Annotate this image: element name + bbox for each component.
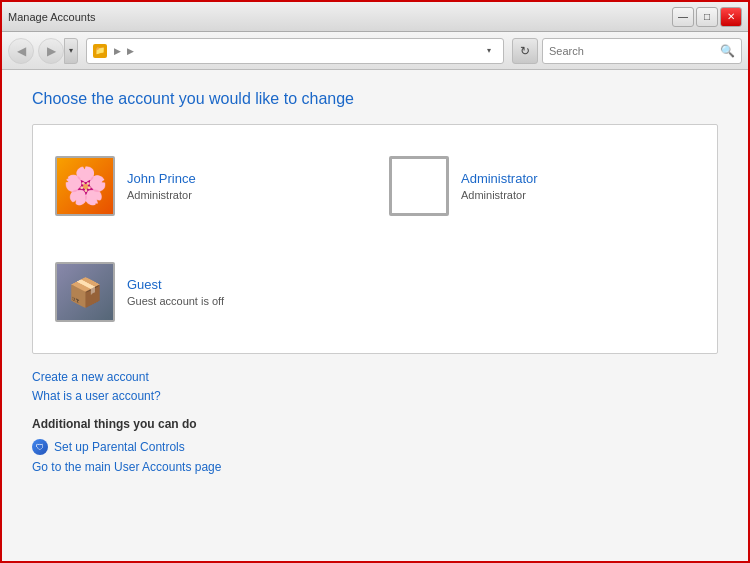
forward-button[interactable]: ▶ xyxy=(38,38,64,64)
address-bar: 📁 ▶ ▶ ▾ xyxy=(86,38,504,64)
links-section: Create a new account What is a user acco… xyxy=(32,370,718,403)
create-account-link[interactable]: Create a new account xyxy=(32,370,718,384)
title-bar-left: Manage Accounts xyxy=(8,11,95,23)
parental-controls-link[interactable]: 🛡 Set up Parental Controls xyxy=(32,439,718,455)
search-icon[interactable]: 🔍 xyxy=(720,44,735,58)
user-accounts-page-link[interactable]: Go to the main User Accounts page xyxy=(32,460,718,474)
accounts-container: John Prince Administrator Administrator … xyxy=(32,124,718,354)
history-dropdown-button[interactable]: ▾ xyxy=(64,38,78,64)
what-is-account-link[interactable]: What is a user account? xyxy=(32,389,718,403)
account-type-admin: Administrator xyxy=(461,189,538,201)
back-button[interactable]: ◀ xyxy=(8,38,34,64)
close-button[interactable]: ✕ xyxy=(720,7,742,27)
address-icon: 📁 xyxy=(93,44,107,58)
additional-section: Additional things you can do 🛡 Set up Pa… xyxy=(32,417,718,474)
minimize-button[interactable]: — xyxy=(672,7,694,27)
avatar-guest-icon xyxy=(57,264,113,320)
address-dropdown-button[interactable]: ▾ xyxy=(481,39,497,63)
nav-bar: ◀ ▶ ▾ 📁 ▶ ▶ ▾ ↻ 🔍 xyxy=(2,32,748,70)
title-bar: Manage Accounts — □ ✕ xyxy=(2,2,748,32)
refresh-button[interactable]: ↻ xyxy=(512,38,538,64)
account-info-admin: Administrator Administrator xyxy=(461,171,538,201)
avatar-guest xyxy=(55,262,115,322)
account-item-admin[interactable]: Administrator Administrator xyxy=(383,141,701,231)
parental-controls-icon: 🛡 xyxy=(32,439,48,455)
breadcrumb: ▶ ▶ xyxy=(111,46,477,56)
account-item-guest[interactable]: Guest Guest account is off xyxy=(49,247,367,337)
user-accounts-page-label: Go to the main User Accounts page xyxy=(32,460,221,474)
parental-controls-label: Set up Parental Controls xyxy=(54,440,185,454)
search-bar: 🔍 xyxy=(542,38,742,64)
account-name-guest: Guest xyxy=(127,277,224,292)
window-title: Manage Accounts xyxy=(8,11,95,23)
breadcrumb-sep-2: ▶ xyxy=(127,46,134,56)
account-info-guest: Guest Guest account is off xyxy=(127,277,224,307)
title-controls: — □ ✕ xyxy=(672,7,742,27)
additional-title: Additional things you can do xyxy=(32,417,718,431)
main-panel: Choose the account you would like to cha… xyxy=(2,70,748,563)
search-input[interactable] xyxy=(549,45,716,57)
account-name-admin: Administrator xyxy=(461,171,538,186)
account-info-john: John Prince Administrator xyxy=(127,171,196,201)
breadcrumb-sep-1: ▶ xyxy=(114,46,121,56)
content-area: Choose the account you would like to cha… xyxy=(2,70,748,563)
avatar-admin xyxy=(389,156,449,216)
avatar-blank-icon xyxy=(391,158,447,214)
avatar-flower-icon xyxy=(57,158,113,214)
account-type-john: Administrator xyxy=(127,189,196,201)
maximize-button[interactable]: □ xyxy=(696,7,718,27)
avatar-john xyxy=(55,156,115,216)
account-item-john[interactable]: John Prince Administrator xyxy=(49,141,367,231)
account-type-guest: Guest account is off xyxy=(127,295,224,307)
page-title: Choose the account you would like to cha… xyxy=(32,90,718,108)
account-name-john: John Prince xyxy=(127,171,196,186)
